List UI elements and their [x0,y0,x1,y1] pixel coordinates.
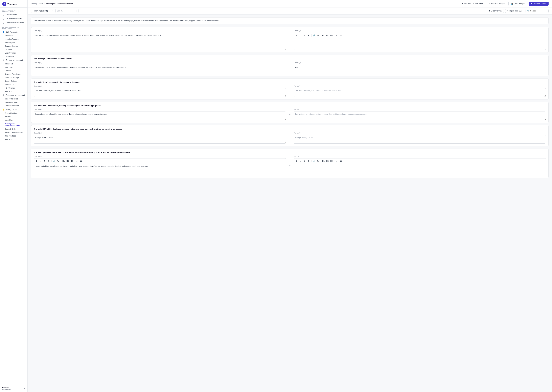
toolbar-separator [334,160,334,162]
preview-changes-button[interactable]: ⊙ Preview Changes [487,2,507,6]
strikethrough-button[interactable]: S [47,159,51,163]
sidebar-item-regional-experiences[interactable]: Regional Experiences [0,72,28,76]
export-csv-button[interactable]: ⬇ Export to CSV [487,9,504,13]
copy-arrow-3[interactable]: → [288,113,291,116]
sidebar-item-asset-files[interactable]: Asset Files [0,119,28,122]
copy-arrow-5[interactable]: → [288,164,291,167]
bold-button[interactable]: B [295,159,298,163]
sidebar-item-messages-i18n[interactable]: Messages & Internationalization [0,122,28,127]
bold-button[interactable]: B [35,159,38,163]
italic-button[interactable]: I [39,159,43,163]
unordered-list-button[interactable]: ≡ [335,159,339,163]
sidebar-item-data-flows[interactable]: Data Flows [0,66,28,69]
clear-format-button[interactable]: Tx [316,34,320,37]
copy-arrow-1[interactable]: → [288,66,291,69]
default-textarea-0[interactable]: <p>You can read more about any limitatio… [34,33,286,50]
h3-button[interactable]: H3 [330,159,333,163]
h3-button[interactable]: H3 [330,34,333,37]
underline-button[interactable]: U [43,159,47,163]
secondary-select[interactable]: Select... ▾ [56,9,79,13]
sidebar-item-tcf-settings[interactable]: TCF Settings [0,86,28,90]
review-publish-button[interactable]: ✦ Review & Publish [529,2,549,6]
sidebar-item-data-practices[interactable]: Data Practices [0,134,28,138]
default-textarea-3[interactable]: Learn about how eShopIt handles personal… [34,112,286,120]
sidebar-item-authentication-methods[interactable]: Authentication Methods [0,131,28,134]
field-label-default-0: Default (en) [34,30,286,32]
sidebar-item-legal-holds[interactable]: Legal Holds [0,55,28,58]
link-button[interactable]: 🔗 [312,34,316,37]
view-live-button[interactable]: 👁 View Live Privacy Center [459,2,486,6]
link-button[interactable]: 🔗 [52,159,56,163]
underline-button[interactable]: U [303,159,306,163]
sidebar-item-colors-styles[interactable]: Colors & Styles [0,127,28,131]
h3-button[interactable]: H3 [70,159,73,163]
sidebar-item-general-settings[interactable]: General Settings [0,112,28,115]
copy-arrow-4[interactable]: → [288,136,291,140]
rich-editor-body-0[interactable] [294,38,546,50]
default-textarea-4[interactable]: eShopIt Privacy Center [34,135,286,144]
sidebar-item-consent-dashboard[interactable]: Dashboard [0,62,28,66]
breadcrumb-parent[interactable]: Privacy Center [31,3,43,5]
h2-button[interactable]: H2 [326,34,329,37]
sidebar-item-audit-trail-consent[interactable]: Audit Trail [0,90,28,93]
sidebar-item-consent-management[interactable]: 🛡 Consent Management [0,58,28,62]
sidebar-item-silo-discovery[interactable]: ⬡ Silo Discovery [0,13,28,17]
search-input[interactable] [530,10,545,12]
sidebar-item-incoming-requests[interactable]: Incoming Requests [0,37,28,41]
strikethrough-button[interactable]: S [307,159,311,163]
sidebar-item-preference-management[interactable]: ⚙ Preference Management [0,93,28,97]
sidebar-item-consent-workflows[interactable]: Consent Workflows [0,104,28,107]
sidebar-item-privacy-audit-trail[interactable]: Audit Trail [0,138,28,141]
import-csv-button[interactable]: ⬆ Import from CSV [505,9,524,13]
clear-format-button[interactable]: Tx [57,159,60,163]
copy-arrow-0[interactable]: → [288,38,291,42]
sidebar-item-developer-settings[interactable]: Developer Settings [0,76,28,79]
copy-arrow-2[interactable]: → [288,89,291,93]
chevron-down-icon[interactable]: ▼ [23,387,25,389]
h1-button[interactable]: H1 [322,159,325,163]
french-textarea-3[interactable]: Learn about how eShopIt handles personal… [294,112,546,120]
rich-editor-body-right-5[interactable] [294,164,546,175]
h1-button[interactable]: H1 [322,34,325,37]
h2-button[interactable]: H2 [326,159,329,163]
french-textarea-1[interactable]: test [294,65,546,73]
sidebar-item-unstructured-discovery[interactable]: ⬡ Unstructured Discovery [0,21,28,25]
sidebar-item-display-settings[interactable]: Display Settings [0,79,28,83]
unordered-list-button[interactable]: ≡ [75,159,79,163]
underline-button[interactable]: U [303,34,306,37]
sidebar-item-privacy-center[interactable]: 🔒 Privacy Center [0,107,28,112]
italic-button[interactable]: I [299,159,302,163]
ordered-list-button[interactable]: ☰ [79,159,83,163]
sidebar-item-email-settings[interactable]: Email Settings [0,51,28,55]
sidebar-item-policies[interactable]: Policies [0,115,28,119]
sidebar-item-cookies[interactable]: Cookies [0,69,28,72]
sidebar-item-native-apps[interactable]: Native Apps [0,83,28,86]
sidebar-item-preference-topics[interactable]: Preference Topics [0,101,28,104]
sidebar-item-structured-discovery[interactable]: ⬡ Structured Discovery [0,17,28,21]
default-textarea-2[interactable]: The data we collect, how it's used, and … [34,88,286,97]
link-button[interactable]: 🔗 [312,159,316,163]
strikethrough-button[interactable]: S [307,34,311,37]
french-textarea-2[interactable]: The data we collect, how it's used, and … [294,88,546,97]
ordered-list-button[interactable]: ☰ [339,34,342,37]
language-select[interactable]: French (fr) (Default) ▾ [31,9,54,13]
sidebar-item-bulk-respond[interactable]: Bulk Respond [0,41,28,44]
rich-editor-right-5: B I U S 🔗 Tx H1 H2 H3 ≡ [294,158,546,175]
default-textarea-1[interactable]: We care about your privacy and want to h… [34,65,286,73]
italic-button[interactable]: I [299,34,302,37]
ordered-list-button[interactable]: ☰ [339,159,342,163]
french-textarea-4[interactable]: eShopIt Privacy Center [294,135,546,144]
bold-button[interactable]: B [295,34,298,37]
sidebar-item-dsr-automation[interactable]: 👤 DSR Automation [0,30,28,34]
h2-button[interactable]: H2 [66,159,69,163]
sidebar-item-identifiers[interactable]: Identifiers [0,48,28,51]
save-changes-button[interactable]: 💾 Save Changes [508,2,527,6]
sidebar-item-user-preferences[interactable]: User Preferences [0,97,28,101]
rich-editor-body-left-5[interactable]: <p>As part of that commitment, we give y… [34,164,286,175]
sidebar-item-request-settings[interactable]: Request Settings [0,44,28,48]
h1-button[interactable]: H1 [62,159,65,163]
sidebar-item-dashboard[interactable]: Dashboard [0,34,28,37]
logo-icon: T [2,2,6,6]
unordered-list-button[interactable]: ≡ [335,34,339,37]
clear-format-button[interactable]: Tx [316,159,320,163]
